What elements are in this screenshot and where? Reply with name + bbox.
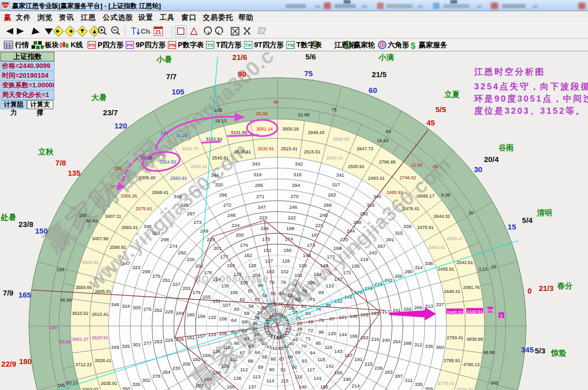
- svg-text:338: 338: [425, 261, 433, 266]
- svg-text:3457.96: 3457.96: [92, 236, 109, 241]
- svg-text:272: 272: [223, 202, 231, 208]
- svg-text:2785.91: 2785.91: [444, 358, 460, 363]
- svg-text:126: 126: [282, 258, 290, 264]
- svg-text:183: 183: [204, 376, 212, 382]
- svg-text:立夏: 立夏: [444, 90, 460, 99]
- svg-text:7/9: 7/9: [3, 288, 14, 297]
- svg-text:295: 295: [255, 182, 263, 188]
- svg-text:69: 69: [295, 349, 301, 355]
- svg-text:2590.91: 2590.91: [110, 245, 127, 250]
- svg-text:3407.11: 3407.11: [105, 214, 121, 219]
- svg-text:3203.70: 3203.70: [182, 146, 199, 151]
- svg-text:248: 248: [227, 212, 235, 218]
- svg-text:28.13: 28.13: [215, 118, 227, 123]
- svg-text:214: 214: [352, 383, 360, 388]
- svg-text:小满: 小满: [378, 53, 394, 61]
- svg-text:105: 105: [214, 108, 222, 113]
- svg-text:4729.27: 4729.27: [456, 387, 473, 390]
- svg-text:3152.84: 3152.84: [206, 137, 223, 142]
- svg-text:336: 336: [425, 343, 433, 349]
- svg-text:106: 106: [230, 289, 238, 295]
- svg-text:102: 102: [281, 269, 289, 274]
- svg-text:190: 190: [343, 376, 351, 382]
- svg-text:3.13: 3.13: [479, 267, 488, 272]
- svg-text:107: 107: [223, 302, 231, 308]
- svg-text:88: 88: [248, 358, 254, 364]
- svg-text:93: 93: [302, 358, 307, 364]
- svg-text:96: 96: [319, 329, 324, 335]
- svg-text:277: 277: [143, 340, 151, 346]
- svg-text:290: 290: [405, 269, 413, 274]
- svg-text:3254点失守，向下波段循: 3254点失守，向下波段循: [474, 82, 588, 91]
- svg-text:315: 315: [395, 230, 403, 236]
- svg-text:T9: T9: [245, 42, 251, 48]
- svg-text:2695.17: 2695.17: [418, 193, 435, 199]
- svg-text:274: 274: [169, 243, 177, 249]
- svg-text:216: 216: [371, 336, 379, 342]
- svg-text:59: 59: [244, 310, 250, 316]
- svg-text:229: 229: [165, 337, 173, 343]
- svg-text:148: 148: [320, 263, 328, 268]
- svg-text:325: 325: [122, 343, 130, 349]
- svg-text:2463.41: 2463.41: [429, 245, 446, 250]
- svg-text:3610.52: 3610.52: [72, 311, 89, 316]
- svg-text:21.88: 21.88: [298, 112, 310, 117]
- svg-text:347: 347: [122, 261, 130, 266]
- svg-text:62: 62: [244, 336, 250, 341]
- svg-text:178: 178: [204, 270, 212, 275]
- svg-text:2508.41: 2508.41: [326, 155, 343, 160]
- svg-text:251: 251: [162, 277, 170, 283]
- svg-text:142: 142: [326, 363, 334, 369]
- svg-text:3254.55: 3254.55: [160, 159, 176, 165]
- svg-text:2598.41: 2598.41: [101, 267, 117, 272]
- svg-text:2491.76: 2491.76: [463, 285, 480, 290]
- svg-text:318: 318: [293, 172, 301, 177]
- svg-text:87: 87: [240, 350, 245, 355]
- svg-text:度位是3203、3152等。: 度位是3203、3152等。: [474, 106, 586, 116]
- svg-text:172: 172: [327, 254, 335, 259]
- svg-text:149: 149: [303, 252, 311, 258]
- svg-text:293: 293: [328, 192, 336, 198]
- svg-text:40.63: 40.63: [86, 218, 98, 223]
- svg-text:247: 247: [258, 204, 266, 210]
- svg-text:101: 101: [294, 272, 302, 278]
- svg-text:199: 199: [261, 225, 269, 231]
- svg-text:P9: P9: [127, 42, 133, 48]
- svg-text:158: 158: [203, 352, 211, 358]
- svg-text:76: 76: [302, 288, 307, 294]
- svg-text:349: 349: [111, 344, 119, 350]
- svg-text:275: 275: [152, 273, 161, 279]
- svg-text:22/9: 22/9: [2, 360, 16, 368]
- svg-text:224: 224: [232, 222, 240, 228]
- svg-text:105: 105: [172, 87, 184, 96]
- svg-text:322: 322: [152, 230, 160, 236]
- svg-text:109: 109: [219, 331, 227, 336]
- svg-text:339: 339: [404, 223, 412, 229]
- svg-text:263: 263: [385, 369, 393, 375]
- svg-text:66: 66: [270, 356, 276, 362]
- svg-text:203: 203: [182, 285, 191, 291]
- svg-text:313: 313: [425, 303, 433, 309]
- svg-text:2593.47: 2593.47: [447, 236, 463, 241]
- svg-text:230: 230: [172, 365, 180, 371]
- svg-text:160: 160: [227, 384, 235, 389]
- svg-text:2575.91: 2575.91: [136, 206, 152, 211]
- svg-text:271: 271: [256, 193, 264, 199]
- svg-text:117: 117: [307, 367, 315, 372]
- svg-text:75: 75: [304, 69, 313, 78]
- svg-text:227: 227: [172, 281, 180, 287]
- svg-text:206: 206: [182, 361, 191, 367]
- svg-text:302: 302: [142, 377, 150, 383]
- svg-text:165: 165: [320, 384, 328, 389]
- svg-text:35: 35: [254, 315, 260, 320]
- svg-text:240: 240: [382, 337, 390, 343]
- svg-text:2583.41: 2583.41: [121, 225, 138, 230]
- svg-text:135: 135: [221, 363, 229, 369]
- svg-text:153: 153: [227, 263, 235, 268]
- svg-text:48: 48: [297, 326, 302, 332]
- svg-text:78: 78: [281, 279, 286, 285]
- svg-text:小暑: 小暑: [156, 55, 172, 63]
- svg-text:174: 174: [285, 236, 293, 242]
- svg-text:215: 215: [364, 361, 373, 367]
- svg-text:PS: PS: [89, 42, 96, 48]
